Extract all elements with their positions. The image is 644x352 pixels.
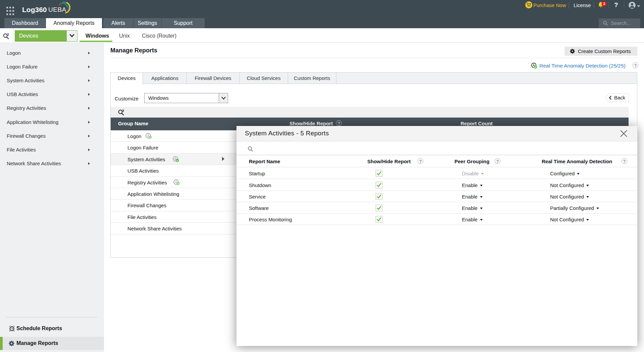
svg-text:Back: Back bbox=[614, 95, 626, 100]
